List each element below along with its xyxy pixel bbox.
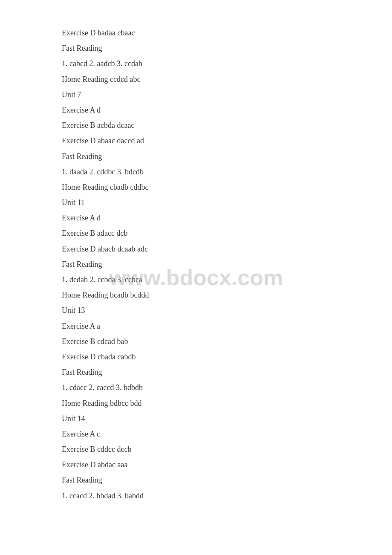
text-line: Home Reading cbadb cddbc (62, 180, 341, 194)
text-line: Exercise D abaac daccd ad (62, 133, 341, 148)
text-line: Fast Reading (62, 149, 341, 164)
text-line: Exercise B adacc dcb (62, 226, 341, 240)
page-content: Exercise D badaa cbaacFast Reading1. cab… (0, 0, 392, 529)
text-line: Fast Reading (62, 365, 341, 379)
text-line: Exercise A d (62, 103, 341, 117)
text-line: Exercise B acbda dcaac (62, 118, 341, 133)
text-line: Exercise D abacb dcaab adc (62, 242, 341, 256)
text-line: Fast Reading (62, 41, 341, 55)
text-line: Exercise D cbada cabdb (62, 350, 341, 364)
text-line: Home Reading bdbcc bdd (62, 396, 341, 410)
text-line: Unit 14 (62, 411, 341, 426)
text-line: Exercise A c (62, 427, 341, 441)
text-line: 1. dcdab 2. ccbda 3. ccbca (62, 272, 341, 287)
text-line: Exercise A a (62, 319, 341, 333)
text-line: Exercise B cdcad bab (62, 334, 341, 349)
text-line: 1. daada 2. cddbc 3. bdcdb (62, 165, 341, 179)
text-line: Home Reading bcadb bcddd (62, 288, 341, 302)
text-line: Exercise B cddcc dccb (62, 442, 341, 457)
text-line: Unit 13 (62, 303, 341, 318)
text-line: Fast Reading (62, 473, 341, 487)
text-line: Exercise D badaa cbaac (62, 26, 341, 40)
text-line: Unit 7 (62, 87, 341, 102)
text-line: 1. cabcd 2. aadcb 3. ccdab (62, 56, 341, 71)
text-line: Home Reading ccdcd abc (62, 72, 341, 87)
text-line: Exercise D abdac aaa (62, 457, 341, 472)
text-line: Fast Reading (62, 257, 341, 272)
text-line: 1. cdacc 2. caccd 3. bdbdb (62, 380, 341, 395)
text-line: Unit 11 (62, 195, 341, 210)
text-line: Exercise A d (62, 211, 341, 225)
text-line: 1. ccacd 2. bbdad 3. babdd (62, 489, 341, 503)
